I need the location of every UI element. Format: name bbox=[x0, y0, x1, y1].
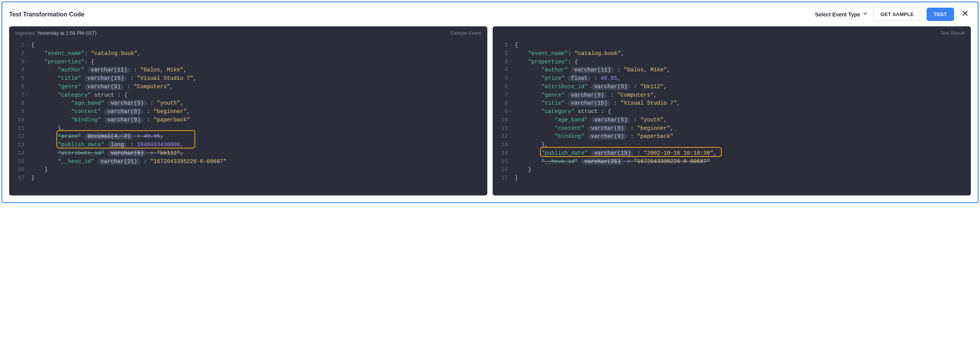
line-content: "attribute_id" varchar(5) : "bk112", bbox=[515, 83, 667, 91]
line-content: "genre" varchar(9) : "Computers", bbox=[31, 83, 174, 91]
code-line: 9▾ "category" struct : { bbox=[493, 108, 967, 116]
code-line: 2 "event_name": "catalog.book", bbox=[9, 50, 484, 58]
get-sample-button[interactable]: GET SAMPLE bbox=[873, 8, 921, 21]
line-number: 15 bbox=[9, 158, 26, 166]
line-number: 15 bbox=[493, 158, 509, 166]
line-content: }, bbox=[31, 124, 64, 133]
code-line: 6 "attribute_id" varchar(5) : "bk112", bbox=[493, 83, 967, 91]
code-line: 5 "price" float : 49.95, bbox=[493, 74, 967, 83]
line-content: } bbox=[31, 166, 48, 174]
test-button[interactable]: TEST bbox=[927, 8, 954, 21]
test-result-tag: Test Result bbox=[940, 30, 965, 36]
line-number: 2 bbox=[493, 50, 509, 58]
sample-event-pane: Ingested: Yesterday at 1:59 PM (IST) Sam… bbox=[9, 26, 487, 195]
fold-icon[interactable]: ▾ bbox=[509, 109, 515, 115]
test-result-code[interactable]: 1▾{2 "event_name": "catalog.book",3▾ "pr… bbox=[493, 40, 971, 184]
page-title: Test Transformation Code bbox=[9, 11, 84, 18]
code-line: 12 "price" decimal(4, 2) : 49.95, bbox=[9, 132, 484, 141]
line-number: 2 bbox=[9, 50, 26, 58]
code-line: 7 "genre" varchar(9) : "Computers", bbox=[493, 91, 967, 100]
fold-icon[interactable]: ▾ bbox=[26, 43, 31, 48]
line-number: 11 bbox=[9, 124, 26, 133]
code-line: 5 "title" varchar(15) : "Visual Studio 7… bbox=[9, 74, 484, 83]
line-number: 6 bbox=[493, 83, 509, 91]
fold-icon[interactable]: ▾ bbox=[509, 60, 515, 65]
line-number: 3 bbox=[9, 58, 26, 66]
code-line: 10 "age_band" varchar(5) : "youth", bbox=[493, 116, 967, 124]
line-number: 10 bbox=[493, 116, 509, 124]
line-number: 14 bbox=[493, 149, 509, 158]
line-content: } bbox=[515, 174, 518, 182]
select-event-type-dropdown[interactable]: Select Event Type bbox=[815, 11, 868, 18]
line-number: 7 bbox=[493, 91, 509, 100]
line-number: 16 bbox=[9, 166, 26, 174]
code-line: 4 "author" varchar(11) : "Galos, Mike", bbox=[9, 66, 484, 74]
sample-event-code[interactable]: 1▾{2 "event_name": "catalog.book",3▾ "pr… bbox=[9, 40, 487, 184]
sample-event-header: Ingested: Yesterday at 1:59 PM (IST) Sam… bbox=[9, 26, 487, 40]
fold-icon[interactable]: ▾ bbox=[26, 60, 31, 65]
line-content: }, bbox=[515, 141, 548, 149]
line-number: 1 bbox=[9, 41, 26, 50]
line-content: "title" varchar(15) : "Visual Studio 7", bbox=[31, 74, 197, 83]
code-line: 15 "__hevo_id" varchar(21) : "1672043395… bbox=[493, 158, 967, 166]
fold-icon[interactable]: ▾ bbox=[509, 43, 515, 48]
ingested-label: Ingested: bbox=[15, 30, 36, 36]
line-number: 13 bbox=[9, 141, 26, 149]
line-content: "author" varchar(11) : "Galos, Mike", bbox=[515, 66, 670, 74]
line-number: 12 bbox=[493, 132, 509, 141]
line-number: 17 bbox=[9, 174, 26, 182]
line-content: "publish_date" varchar(19) : "2002-10-16… bbox=[515, 149, 717, 158]
code-line: 11 "content" varchar(8) : "beginner", bbox=[493, 124, 967, 133]
code-line: 8 "age_band" varchar(5) : "youth", bbox=[9, 99, 484, 108]
line-number: 9 bbox=[493, 108, 509, 116]
code-line: 17} bbox=[9, 174, 484, 182]
line-content: "age_band" varchar(5) : "youth", bbox=[31, 99, 183, 108]
code-line: 11 }, bbox=[9, 124, 484, 133]
code-line: 16 } bbox=[9, 166, 484, 174]
line-content: { bbox=[31, 41, 35, 50]
code-panes: Ingested: Yesterday at 1:59 PM (IST) Sam… bbox=[9, 26, 971, 195]
line-number: 4 bbox=[9, 66, 26, 74]
chevron-down-icon bbox=[863, 11, 868, 18]
line-content: "__hevo_id" varchar(21) : "1672043395226… bbox=[515, 158, 710, 166]
select-event-label: Select Event Type bbox=[815, 11, 860, 18]
code-line: 16 } bbox=[493, 166, 967, 174]
fold-icon[interactable]: ▾ bbox=[26, 93, 31, 98]
line-content: "properties": { bbox=[515, 58, 578, 66]
line-content: "price" float : 49.95, bbox=[515, 74, 620, 83]
code-line: 14 "publish_date" varchar(19) : "2002-10… bbox=[493, 149, 967, 158]
test-result-pane: Test Result 1▾{2 "event_name": "catalog.… bbox=[493, 26, 971, 195]
line-number: 7 bbox=[9, 91, 26, 100]
ingested-time: Yesterday at 1:59 PM (IST) bbox=[37, 30, 96, 36]
line-number: 9 bbox=[9, 108, 26, 116]
line-number: 11 bbox=[493, 124, 509, 133]
code-line: 12 "binding" varchar(9) : "paperback" bbox=[493, 132, 967, 141]
code-line: 1▾{ bbox=[9, 41, 484, 50]
code-line: 8 "title" varchar(15) : "Visual Studio 7… bbox=[493, 99, 967, 108]
line-number: 8 bbox=[493, 99, 509, 108]
code-line: 7▾ "category" struct : { bbox=[9, 91, 484, 100]
code-line: 4 "author" varchar(11) : "Galos, Mike", bbox=[493, 66, 967, 74]
code-line: 14 "attribute_id" varchar(5) : "bk112", bbox=[9, 149, 484, 158]
line-number: 5 bbox=[493, 74, 509, 83]
code-line: 13 }, bbox=[493, 141, 967, 149]
line-content: "content" varchar(8) : "beginner", bbox=[515, 124, 673, 133]
close-icon[interactable] bbox=[959, 10, 971, 19]
test-result-header: Test Result bbox=[493, 26, 971, 40]
code-line: 6 "genre" varchar(9) : "Computers", bbox=[9, 83, 484, 91]
line-number: 12 bbox=[9, 132, 26, 141]
line-number: 5 bbox=[9, 74, 26, 83]
line-content: "publish_date" long : 1040033430000, bbox=[31, 141, 183, 149]
line-number: 13 bbox=[493, 141, 509, 149]
line-content: "properties": { bbox=[31, 58, 94, 66]
line-content: "__hevo_id" varchar(21) : "1672043395226… bbox=[31, 158, 227, 166]
line-content: "binding" varchar(9) : "paperback" bbox=[31, 116, 190, 124]
line-content: "event_name": "catalog.book", bbox=[515, 50, 624, 58]
line-content: "category" struct : { bbox=[31, 91, 127, 100]
line-content: "author" varchar(11) : "Galos, Mike", bbox=[31, 66, 187, 74]
line-content: "category" struct : { bbox=[515, 108, 611, 116]
line-content: "content" varchar(8) : "beginner", bbox=[31, 108, 190, 116]
header-actions: Select Event Type GET SAMPLE TEST bbox=[815, 8, 971, 21]
code-line: 1▾{ bbox=[493, 41, 967, 50]
line-content: "title" varchar(15) : "Visual Studio 7", bbox=[515, 99, 680, 108]
